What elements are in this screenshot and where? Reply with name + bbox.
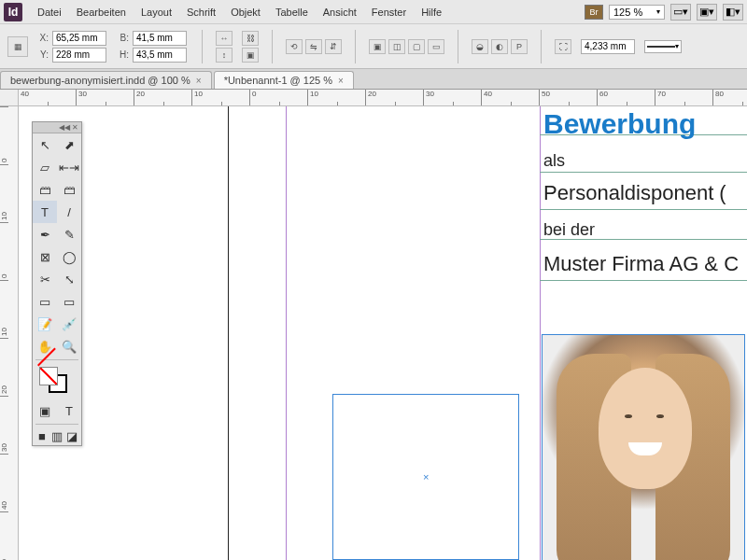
- content-placer-tool[interactable]: 🗃: [57, 178, 81, 201]
- type-tool[interactable]: T: [33, 201, 57, 223]
- auto-fit-icon[interactable]: ▣: [242, 48, 259, 63]
- ruler-tick: 30: [77, 90, 134, 105]
- bridge-icon[interactable]: Br: [585, 5, 603, 20]
- x-input[interactable]: [52, 31, 106, 46]
- menu-fenster[interactable]: Fenster: [364, 3, 414, 21]
- arrange-icon[interactable]: ◧▾: [723, 4, 743, 21]
- ruler-origin[interactable]: [0, 90, 19, 106]
- baseline-guide: [540, 280, 747, 281]
- ruler-tick: 50: [540, 90, 598, 105]
- fit-frame-icon[interactable]: ▭: [428, 39, 444, 54]
- view-options-icon[interactable]: ▭▾: [670, 4, 691, 21]
- doc-tab-2[interactable]: *Unbenannt-1 @ 125 % ×: [214, 71, 354, 89]
- constrain-icon[interactable]: ⛓: [242, 31, 259, 46]
- fit-content-icon[interactable]: ◫: [388, 39, 405, 54]
- page-tool[interactable]: ▱: [33, 156, 57, 178]
- center-content-icon[interactable]: ▢: [408, 39, 425, 54]
- eyedropper-tool[interactable]: 💉: [57, 313, 81, 335]
- ruler-tick: 10: [192, 90, 250, 105]
- screen-mode-icon[interactable]: ▣▾: [697, 4, 717, 21]
- tab-label: *Unbenannt-1 @ 125 %: [224, 75, 332, 86]
- apply-color-icon[interactable]: ■: [35, 428, 49, 443]
- h-label: H:: [118, 49, 129, 60]
- ruler-tick: 50: [0, 511, 8, 560]
- apply-none-icon[interactable]: ◪: [64, 428, 79, 443]
- ruler-tick: 30: [0, 396, 8, 454]
- column-guide: [540, 106, 541, 560]
- text-wrap-icon[interactable]: P: [511, 39, 528, 54]
- x-label: X:: [37, 33, 49, 43]
- stroke-style-select[interactable]: ▾: [644, 40, 682, 53]
- horizontal-ruler[interactable]: 403020100102030405060708090100110: [19, 90, 747, 106]
- page-title: Bewerbung: [543, 108, 747, 140]
- doc-tab-1[interactable]: bewerbung-anonymisiert.indd @ 100 % ×: [0, 71, 212, 89]
- placed-image: [543, 335, 744, 560]
- body-text: Muster Firma AG & C: [543, 252, 747, 276]
- gradient-swatch-tool[interactable]: ▭: [33, 290, 57, 313]
- gap-tool[interactable]: ⇤⇥: [57, 156, 81, 178]
- menu-hilfe[interactable]: Hilfe: [414, 3, 449, 21]
- close-icon[interactable]: ×: [196, 76, 202, 86]
- ruler-tick: 10: [0, 280, 8, 338]
- rectangle-frame-tool[interactable]: ⊠: [33, 245, 57, 268]
- ruler-tick: 40: [482, 90, 540, 105]
- panel-collapse-icon[interactable]: ◀◀ ✕: [33, 122, 81, 133]
- apply-gradient-icon[interactable]: ▥: [49, 428, 64, 443]
- flip-h-icon[interactable]: ⇋: [305, 39, 322, 54]
- h-input[interactable]: [133, 48, 187, 63]
- note-tool[interactable]: 📝: [33, 313, 57, 335]
- direct-selection-tool[interactable]: ⬈: [57, 133, 81, 156]
- ruler-tick: 70: [655, 90, 713, 105]
- ruler-tick: 80: [713, 90, 747, 105]
- effects-icon[interactable]: ◐: [491, 39, 508, 54]
- menu-ansicht[interactable]: Ansicht: [316, 3, 364, 21]
- ruler-tick: 10: [0, 164, 8, 222]
- flip-v-icon[interactable]: ⇵: [325, 39, 342, 54]
- ruler-tick: 0: [250, 90, 308, 105]
- scissors-tool[interactable]: ✂: [33, 268, 57, 290]
- ruler-tick: 40: [19, 90, 77, 105]
- menu-datei[interactable]: Datei: [30, 3, 69, 21]
- crop-icon[interactable]: ⛶: [555, 39, 571, 54]
- ruler-tick: 20: [134, 90, 192, 105]
- stroke-weight-input[interactable]: [581, 39, 635, 54]
- content-collector-tool[interactable]: 🗃: [33, 178, 57, 201]
- rectangle-tool[interactable]: ◯: [57, 245, 81, 268]
- vertical-ruler[interactable]: 010010203040506070: [0, 106, 19, 560]
- selected-frame[interactable]: ×: [332, 394, 519, 560]
- pen-tool[interactable]: ✒: [33, 223, 57, 245]
- image-frame[interactable]: ⛓: [542, 334, 745, 560]
- w-input[interactable]: [133, 31, 187, 46]
- fill-frame-icon[interactable]: ▣: [369, 39, 386, 54]
- ruler-tick: 0: [0, 222, 8, 280]
- menu-schrift[interactable]: Schrift: [179, 3, 223, 21]
- menu-layout[interactable]: Layout: [134, 3, 179, 21]
- scale-y-icon[interactable]: ↕: [216, 48, 233, 63]
- y-input[interactable]: [52, 48, 106, 63]
- menu-tabelle[interactable]: Tabelle: [268, 3, 316, 21]
- menu-bearbeiten[interactable]: Bearbeiten: [69, 3, 134, 21]
- rotate-icon[interactable]: ⟲: [286, 39, 303, 54]
- corner-options-icon[interactable]: ◒: [472, 39, 488, 54]
- format-container-icon[interactable]: ▣: [33, 399, 57, 422]
- body-text: bei der: [543, 220, 747, 240]
- zoom-level[interactable]: 125 %▾: [609, 5, 665, 20]
- control-bar: ▦ X: Y: B: H: ↔ ↕ ⛓ ▣ ⟲ ⇋ ⇵ ▣ ◫ ▢ ▭ ◒ ◐ …: [0, 24, 747, 69]
- close-icon[interactable]: ×: [338, 76, 344, 86]
- fill-stroke-swatch[interactable]: [35, 365, 78, 397]
- tools-panel: ◀◀ ✕ ↖⬈▱⇤⇥🗃🗃T/✒✎⊠◯✂⤡▭▭📝💉✋🔍▣T■▥◪: [32, 121, 82, 446]
- line-tool[interactable]: /: [57, 201, 81, 223]
- selection-tool[interactable]: ↖: [33, 133, 57, 156]
- baseline-guide: [540, 172, 747, 173]
- free-transform-tool[interactable]: ⤡: [57, 268, 81, 290]
- menu-objekt[interactable]: Objekt: [223, 3, 268, 21]
- canvas[interactable]: Bewerbung als Personaldisponent ( bei de…: [19, 106, 747, 560]
- gradient-feather-tool[interactable]: ▭: [57, 290, 81, 313]
- ruler-tick: 10: [308, 90, 366, 105]
- pencil-tool[interactable]: ✎: [57, 223, 81, 245]
- margin-guide: [286, 106, 287, 560]
- menubar: Id Datei Bearbeiten Layout Schrift Objek…: [0, 0, 747, 24]
- scale-x-icon[interactable]: ↔: [216, 31, 233, 46]
- format-text-icon[interactable]: T: [57, 399, 81, 422]
- reference-point-icon[interactable]: ▦: [7, 36, 28, 57]
